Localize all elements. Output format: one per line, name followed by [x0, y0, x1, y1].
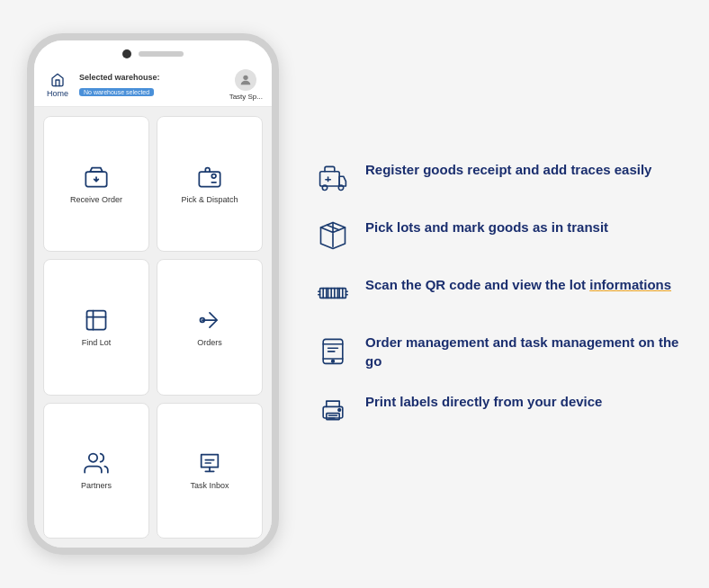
- svg-point-26: [338, 409, 341, 412]
- find-lot-tile[interactable]: Find Lot: [43, 259, 149, 395]
- tablet-icon: [315, 333, 351, 369]
- app-grid: Receive Order Pick & Dispatch: [34, 107, 272, 548]
- feature-order-mgmt: Order management and task management on …: [315, 333, 682, 370]
- feature-pick-lots: Pick lots and mark goods as in transit: [315, 218, 682, 254]
- phone-screen: Home Selected warehouse: No warehouse se…: [34, 64, 272, 548]
- svg-rect-1: [199, 172, 220, 186]
- pick-dispatch-tile[interactable]: Pick & Dispatch: [157, 116, 263, 252]
- phone-mockup: Home Selected warehouse: No warehouse se…: [27, 33, 279, 555]
- feature-print-labels: Print labels directly from your device: [315, 392, 682, 428]
- features-list: Register goods receipt and add traces ea…: [315, 160, 682, 428]
- warehouse-label: Selected warehouse:: [79, 73, 222, 82]
- qr-scan-icon: [315, 275, 351, 311]
- user-section: Tasty Sp...: [229, 69, 263, 101]
- orders-tile[interactable]: Orders: [157, 259, 263, 395]
- partners-tile[interactable]: Partners: [43, 403, 149, 539]
- receive-order-tile[interactable]: Receive Order: [43, 116, 149, 252]
- feature-scan-qr-underline: informations: [589, 277, 671, 292]
- receive-order-label: Receive Order: [70, 195, 122, 204]
- task-inbox-tile[interactable]: Task Inbox: [157, 403, 263, 539]
- partners-icon: [84, 450, 109, 476]
- printer-icon: [315, 392, 351, 428]
- phone-top-bar: [34, 40, 272, 64]
- task-inbox-label: Task Inbox: [190, 481, 229, 490]
- app-header: Home Selected warehouse: No warehouse se…: [34, 64, 272, 107]
- warehouse-info: Selected warehouse: No warehouse selecte…: [79, 73, 222, 98]
- home-nav-item[interactable]: Home: [43, 73, 72, 98]
- home-label: Home: [47, 89, 68, 98]
- svg-point-23: [332, 360, 335, 362]
- svg-point-5: [89, 454, 97, 462]
- feature-register-goods-text: Register goods receipt and add traces ea…: [365, 160, 651, 179]
- phone-camera: [122, 49, 131, 58]
- pick-dispatch-label: Pick & Dispatch: [181, 195, 238, 204]
- truck-receipt-icon: [315, 160, 351, 196]
- pick-dispatch-icon: [197, 165, 222, 190]
- feature-scan-qr-text: Scan the QR code and view the lot inform…: [365, 275, 671, 294]
- find-lot-icon: [84, 307, 109, 333]
- feature-pick-lots-text: Pick lots and mark goods as in transit: [365, 218, 608, 236]
- svg-rect-6: [320, 172, 340, 186]
- svg-rect-3: [87, 310, 106, 329]
- feature-print-labels-text: Print labels directly from your device: [365, 392, 602, 411]
- avatar: [235, 69, 256, 91]
- partners-label: Partners: [81, 481, 112, 490]
- feature-register-goods: Register goods receipt and add traces ea…: [315, 160, 682, 196]
- phone-speaker: [139, 51, 184, 57]
- orders-icon: [197, 307, 222, 333]
- orders-label: Orders: [197, 338, 222, 347]
- svg-point-0: [244, 76, 248, 80]
- box-transit-icon: [315, 218, 351, 254]
- username: Tasty Sp...: [229, 93, 263, 101]
- warehouse-badge: No warehouse selected: [79, 88, 154, 96]
- receive-icon: [84, 165, 109, 190]
- task-inbox-icon: [197, 450, 222, 476]
- find-lot-label: Find Lot: [82, 338, 112, 347]
- page-container: Home Selected warehouse: No warehouse se…: [0, 6, 709, 582]
- svg-point-2: [211, 174, 216, 178]
- feature-scan-qr: Scan the QR code and view the lot inform…: [315, 275, 682, 311]
- home-icon: [50, 73, 65, 87]
- avatar-icon: [238, 73, 253, 87]
- feature-order-mgmt-text: Order management and task management on …: [365, 333, 682, 370]
